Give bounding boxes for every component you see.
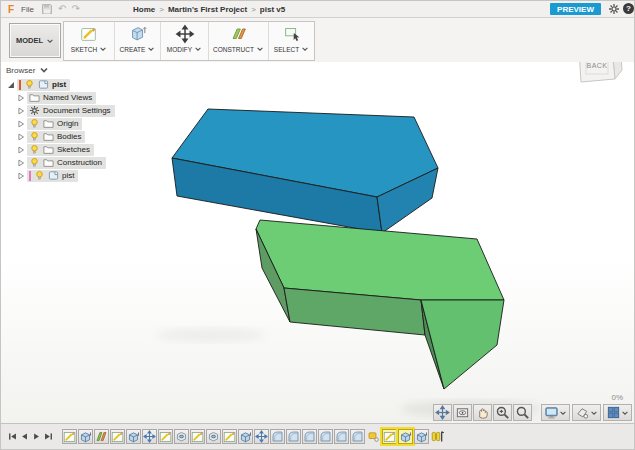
visibility-bulb-icon[interactable] bbox=[29, 118, 40, 129]
timeline-feature-sketch[interactable] bbox=[62, 429, 77, 444]
fit-icon bbox=[515, 405, 530, 420]
browser-item-bodies[interactable]: Bodies bbox=[6, 130, 115, 143]
timeline-feature-sketch[interactable] bbox=[190, 429, 205, 444]
grid-and-snaps-dropdown[interactable] bbox=[572, 404, 601, 421]
timeline-feature-construction-plane[interactable] bbox=[94, 429, 109, 444]
visibility-bulb-icon[interactable] bbox=[29, 144, 40, 155]
display-settings-icon bbox=[544, 405, 559, 420]
timeline-feature-fillet[interactable] bbox=[318, 429, 333, 444]
timeline-feature-fillet[interactable] bbox=[350, 429, 365, 444]
timeline-feature-fillet[interactable] bbox=[334, 429, 349, 444]
timeline-feature-extrude[interactable] bbox=[126, 429, 141, 444]
timeline-feature-sketch[interactable] bbox=[110, 429, 125, 444]
collapse-arrow-icon[interactable] bbox=[6, 80, 16, 90]
visibility-bulb-icon[interactable] bbox=[29, 157, 40, 168]
look-at-button[interactable] bbox=[453, 404, 472, 421]
sketch-icon bbox=[78, 24, 100, 44]
timeline-feature-component[interactable] bbox=[366, 429, 381, 444]
browser-item-document-settings[interactable]: Document Settings bbox=[6, 104, 115, 117]
ribbon-sketch-button[interactable]: SKETCH bbox=[64, 22, 114, 60]
expand-arrow-icon[interactable] bbox=[16, 158, 26, 168]
ribbon-construct-button[interactable]: CONSTRUCT bbox=[208, 22, 268, 60]
preview-button[interactable]: PREVIEW bbox=[550, 3, 601, 15]
fillet-icon bbox=[351, 430, 364, 443]
breadcrumb-separator: > bbox=[159, 5, 164, 14]
timeline-feature-sketch[interactable] bbox=[382, 429, 397, 444]
shadow bbox=[156, 328, 266, 342]
timeline-feature-extrude[interactable] bbox=[78, 429, 93, 444]
timeline-feature-fillet[interactable] bbox=[270, 429, 285, 444]
browser-item-named-views[interactable]: Named Views bbox=[6, 91, 115, 104]
timeline-feature-move[interactable] bbox=[142, 429, 157, 444]
timeline-feature-extrude[interactable] bbox=[238, 429, 253, 444]
browser-item-label: pist bbox=[52, 80, 66, 89]
timeline-playhead[interactable] bbox=[430, 429, 445, 444]
breadcrumb-item-home[interactable]: Home bbox=[133, 5, 155, 14]
visibility-bulb-icon[interactable] bbox=[29, 131, 40, 142]
fusion-logo[interactable]: F bbox=[8, 4, 14, 15]
zoom-button[interactable] bbox=[493, 404, 512, 421]
timeline-feature-hole[interactable] bbox=[206, 429, 221, 444]
navigation-bar bbox=[433, 404, 634, 421]
visibility-bulb-icon[interactable] bbox=[24, 79, 35, 90]
browser-item-construction[interactable]: Construction bbox=[6, 156, 115, 169]
orbit-icon bbox=[435, 405, 450, 420]
expand-arrow-icon[interactable] bbox=[16, 93, 26, 103]
body-green-face[interactable] bbox=[256, 220, 504, 300]
timeline-feature-fillet[interactable] bbox=[286, 429, 301, 444]
browser-item-sketches[interactable]: Sketches bbox=[6, 143, 115, 156]
file-menu[interactable]: File bbox=[21, 5, 34, 14]
body-blue[interactable] bbox=[172, 109, 438, 233]
timeline-feature-hole[interactable] bbox=[174, 429, 189, 444]
ribbon-label: SKETCH bbox=[71, 46, 97, 53]
help-icon[interactable]: ? bbox=[623, 3, 634, 14]
expand-arrow-icon[interactable] bbox=[16, 171, 26, 181]
step-forward-button[interactable] bbox=[31, 430, 42, 443]
expand-arrow-icon[interactable] bbox=[16, 132, 26, 142]
workspace-switcher[interactable]: MODEL bbox=[9, 23, 61, 58]
browser-item-label: Bodies bbox=[57, 132, 81, 141]
select-icon bbox=[281, 24, 303, 44]
timeline-feature-fillet[interactable] bbox=[302, 429, 317, 444]
timeline-feature-sketch[interactable] bbox=[158, 429, 173, 444]
display-settings-dropdown[interactable] bbox=[541, 404, 570, 421]
step-back-button[interactable] bbox=[19, 430, 30, 443]
skip-start-button[interactable] bbox=[7, 430, 18, 443]
undo-icon[interactable]: ↶ bbox=[58, 4, 66, 14]
browser-item-origin[interactable]: Origin bbox=[6, 117, 115, 130]
timeline-feature-extrude[interactable] bbox=[398, 429, 413, 444]
body-green[interactable] bbox=[256, 220, 504, 389]
body-green-face[interactable] bbox=[421, 300, 504, 389]
redo-icon[interactable]: ↷ bbox=[71, 4, 79, 14]
timeline-feature-extrude[interactable] bbox=[414, 429, 429, 444]
ribbon-select-button[interactable]: SELECT bbox=[268, 22, 314, 60]
browser-header[interactable]: Browser bbox=[6, 65, 115, 75]
save-icon[interactable] bbox=[41, 3, 53, 15]
skip-end-button[interactable] bbox=[43, 430, 54, 443]
sketch-icon bbox=[159, 430, 172, 443]
folder-icon bbox=[29, 92, 40, 103]
breadcrumb-item-pist-v5[interactable]: pist v5 bbox=[260, 5, 285, 14]
expand-arrow-icon[interactable] bbox=[16, 119, 26, 129]
fit-button[interactable] bbox=[513, 404, 532, 421]
settings-gear-icon[interactable] bbox=[608, 3, 620, 15]
ribbon-modify-button[interactable]: MODIFY bbox=[160, 22, 208, 60]
browser-item-label: Named Views bbox=[43, 93, 92, 102]
pan-button[interactable] bbox=[473, 404, 492, 421]
step-back-icon bbox=[19, 431, 30, 442]
expand-arrow-icon[interactable] bbox=[16, 145, 26, 155]
browser-panel: Browser pistNamed ViewsDocument Settings… bbox=[6, 65, 115, 182]
breadcrumb-separator: > bbox=[251, 5, 256, 14]
timeline-feature-move[interactable] bbox=[254, 429, 269, 444]
viewports-dropdown[interactable] bbox=[603, 404, 632, 421]
timeline-feature-sketch[interactable] bbox=[222, 429, 237, 444]
construct-icon bbox=[228, 24, 250, 44]
browser-item-pist[interactable]: pist bbox=[6, 169, 115, 182]
orbit-button[interactable] bbox=[433, 404, 452, 421]
fillet-icon bbox=[303, 430, 316, 443]
visibility-bulb-icon[interactable] bbox=[34, 170, 45, 181]
breadcrumb-item-martin-s-first-project[interactable]: Martin's First Project bbox=[168, 5, 247, 14]
ribbon-create-button[interactable]: CREATE bbox=[114, 22, 160, 60]
expand-arrow-icon[interactable] bbox=[16, 106, 26, 116]
browser-item-pist[interactable]: pist bbox=[6, 78, 115, 91]
